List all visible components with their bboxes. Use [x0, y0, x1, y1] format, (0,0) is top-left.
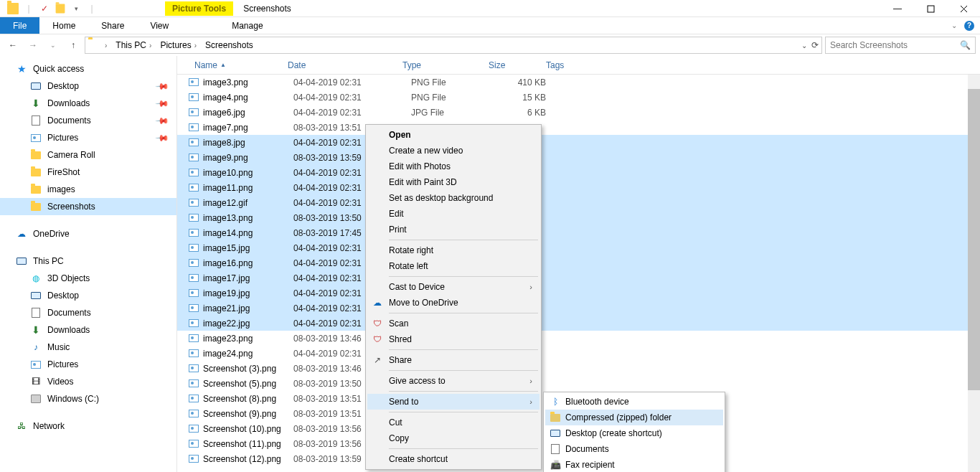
close-button[interactable] [947, 0, 980, 17]
ctx-copy[interactable]: Copy [367, 430, 540, 446]
ctx-edit[interactable]: Edit [367, 206, 540, 222]
file-row[interactable]: image3.png04-04-2019 02:31PNG File410 KB [177, 75, 980, 90]
col-name[interactable]: Name▲ [189, 60, 282, 70]
ctx-cut[interactable]: Cut [367, 415, 540, 430]
ctx-create-shortcut[interactable]: Create shortcut [367, 451, 540, 467]
address-bar[interactable]: › This PC› Pictures› Screenshots ⌄ ⟳ [85, 37, 822, 54]
col-type[interactable]: Type [397, 60, 483, 70]
file-row[interactable]: image10.png04-04-2019 02:31 [177, 165, 980, 180]
tab-manage[interactable]: Manage [219, 17, 275, 34]
up-button[interactable]: ↑ [65, 37, 82, 54]
scrollbar-thumb[interactable] [968, 89, 980, 390]
nav-network[interactable]: 🖧Network [0, 417, 176, 435]
nav-camera-roll[interactable]: Camera Roll [0, 146, 176, 164]
ctx-scan[interactable]: 🛡Scan [367, 316, 540, 331]
nav-3d-objects[interactable]: ◍3D Objects [0, 270, 176, 287]
breadcrumb-screenshots[interactable]: Screenshots [202, 39, 257, 52]
nav-pictures[interactable]: Pictures📌 [0, 129, 176, 146]
nav-documents-2[interactable]: Documents [0, 304, 176, 321]
file-row[interactable]: image24.png04-04-2019 02:31 [177, 346, 980, 361]
ribbon-tabs: File Home Share View Manage ⌄ ? [0, 17, 980, 34]
nav-fireshot[interactable]: FireShot [0, 164, 176, 181]
file-row[interactable]: Screenshot (3).png08-03-2019 13:46 [177, 361, 980, 376]
file-row[interactable]: image13.png08-03-2019 13:50 [177, 210, 980, 225]
ctx-send-to[interactable]: Send to› [367, 394, 540, 410]
file-row[interactable]: image4.png04-04-2019 02:31PNG File15 KB [177, 90, 980, 105]
nav-downloads-2[interactable]: ⬇Downloads [0, 321, 176, 339]
sendto-documents[interactable]: Documents [545, 441, 723, 457]
help-icon[interactable]: ? [964, 21, 974, 31]
file-row[interactable]: image19.jpg04-04-2019 02:31 [177, 285, 980, 301]
forward-button[interactable]: → [24, 37, 42, 54]
file-row[interactable]: image6.jpg04-04-2019 02:31JPG File6 KB [177, 105, 980, 120]
ctx-edit-photos[interactable]: Edit with Photos [367, 159, 540, 174]
sendto-bluetooth[interactable]: ᛒBluetooth device [545, 394, 723, 410]
nav-onedrive[interactable]: ☁OneDrive [0, 225, 176, 242]
nav-screenshots[interactable]: Screenshots [0, 198, 176, 215]
nav-desktop[interactable]: Desktop📌 [0, 77, 176, 95]
ctx-open[interactable]: Open [367, 127, 540, 143]
file-row[interactable]: image9.png08-03-2019 13:59 [177, 150, 980, 165]
chevron-right-icon[interactable]: › [105, 42, 107, 49]
picture-tools-context-tab[interactable]: Picture Tools [165, 1, 233, 16]
minimize-button[interactable]: — [881, 0, 914, 17]
sendto-fax[interactable]: 📠Fax recipient [545, 457, 723, 472]
file-row[interactable]: image16.png04-04-2019 02:31 [177, 255, 980, 270]
nav-desktop-2[interactable]: Desktop [0, 287, 176, 304]
file-date: 04-04-2019 02:31 [293, 108, 411, 118]
file-row[interactable]: image22.jpg04-04-2019 02:31 [177, 316, 980, 331]
nav-documents[interactable]: Documents📌 [0, 112, 176, 129]
ctx-shred[interactable]: 🛡Shred [367, 331, 540, 347]
ribbon-expand-icon[interactable]: ⌄ [951, 22, 957, 29]
col-size[interactable]: Size [483, 60, 540, 70]
back-button[interactable]: ← [4, 37, 22, 54]
ctx-rotate-left[interactable]: Rotate left [367, 258, 540, 274]
nav-images[interactable]: images [0, 181, 176, 198]
refresh-icon[interactable]: ⟳ [811, 40, 819, 50]
file-name: image24.png [203, 349, 293, 359]
file-row[interactable]: image11.png04-04-2019 02:31 [177, 180, 980, 195]
nav-quick-access[interactable]: ★Quick access [0, 60, 176, 77]
nav-downloads[interactable]: ⬇Downloads📌 [0, 95, 176, 112]
file-row[interactable]: image23.png08-03-2019 13:46 [177, 331, 980, 346]
file-row[interactable]: image21.jpg04-04-2019 02:31 [177, 301, 980, 316]
qat-dropdown-icon[interactable]: ▾ [70, 3, 82, 14]
sendto-compressed[interactable]: Compressed (zipped) folder [545, 410, 723, 425]
nav-music[interactable]: ♪Music [0, 339, 176, 356]
maximize-button[interactable] [914, 0, 947, 17]
nav-windows-c[interactable]: Windows (C:) [0, 390, 176, 407]
ctx-edit-paint3d[interactable]: Edit with Paint 3D [367, 174, 540, 190]
file-row[interactable]: image8.jpg04-04-2019 02:31 [177, 135, 980, 150]
file-row[interactable]: image15.jpg04-04-2019 02:31 [177, 240, 980, 255]
checkmark-icon[interactable]: ✓ [39, 3, 50, 14]
nav-videos[interactable]: 🎞Videos [0, 373, 176, 390]
ctx-give-access[interactable]: Give access to› [367, 373, 540, 389]
col-tags[interactable]: Tags [540, 60, 598, 70]
breadcrumb-pictures[interactable]: Pictures› [156, 39, 200, 52]
tab-file[interactable]: File [0, 17, 39, 34]
tab-view[interactable]: View [137, 17, 182, 34]
ctx-rotate-right[interactable]: Rotate right [367, 242, 540, 258]
ctx-cast[interactable]: Cast to Device› [367, 279, 540, 295]
tab-share[interactable]: Share [88, 17, 137, 34]
search-box[interactable]: Search Screenshots 🔍 [825, 37, 976, 54]
ctx-share[interactable]: ↗Share [367, 352, 540, 368]
nav-pictures-2[interactable]: Pictures [0, 356, 176, 373]
file-row[interactable]: image17.jpg04-04-2019 02:31 [177, 270, 980, 285]
address-dropdown-icon[interactable]: ⌄ [801, 42, 807, 49]
file-row[interactable]: image14.png08-03-2019 17:45 [177, 225, 980, 240]
recent-locations-icon[interactable]: ⌄ [44, 37, 62, 54]
ctx-move-onedrive[interactable]: ☁Move to OneDrive [367, 295, 540, 311]
ctx-set-background[interactable]: Set as desktop background [367, 190, 540, 206]
ctx-print[interactable]: Print [367, 222, 540, 237]
col-date[interactable]: Date [282, 60, 397, 70]
file-row[interactable]: image7.png08-03-2019 13:51 [177, 120, 980, 135]
file-row[interactable]: image12.gif04-04-2019 02:31 [177, 195, 980, 210]
sendto-desktop-shortcut[interactable]: Desktop (create shortcut) [545, 425, 723, 441]
file-row[interactable]: Screenshot (5).png08-03-2019 13:50 [177, 376, 980, 391]
ctx-create-video[interactable]: Create a new video [367, 143, 540, 159]
nav-this-pc[interactable]: This PC [0, 252, 176, 270]
tab-home[interactable]: Home [39, 17, 88, 34]
breadcrumb-this-pc[interactable]: This PC› [112, 39, 155, 52]
folder-small-icon[interactable] [55, 3, 66, 14]
